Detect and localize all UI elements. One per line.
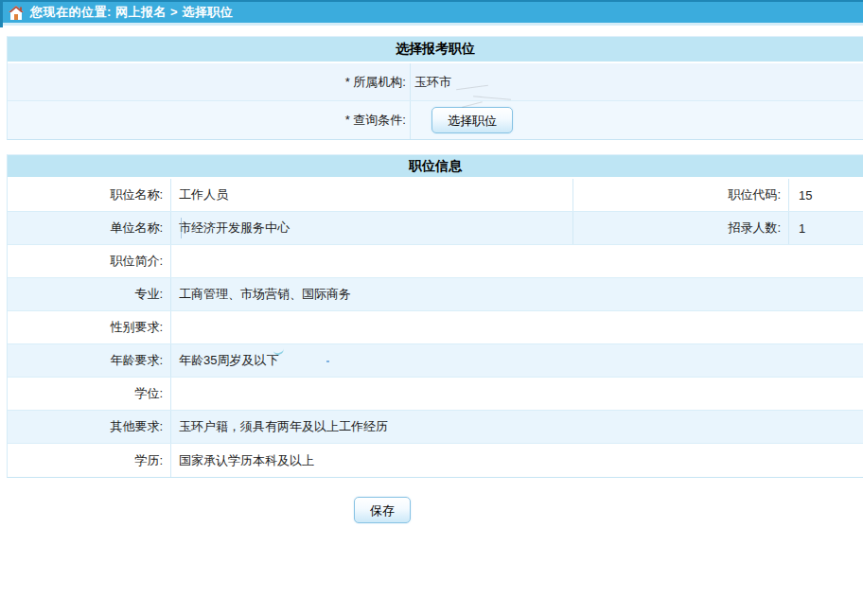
table-row: 单位名称: 市经济开发服务中心 招录人数: 1 bbox=[8, 212, 863, 245]
table-row: 职位简介: bbox=[8, 245, 863, 278]
position-name-value: 工作人员 bbox=[171, 179, 573, 211]
position-intro-label: 职位简介: bbox=[8, 245, 171, 277]
recruit-count-value: 1 bbox=[789, 212, 863, 244]
organization-value: 玉环市 bbox=[411, 63, 863, 100]
major-value: 工商管理、市场营销、国际商务 bbox=[171, 278, 863, 310]
age-req-value: 年龄35周岁及以下 bbox=[171, 344, 863, 377]
table-row: 年龄要求: 年龄35周岁及以下 bbox=[8, 344, 863, 378]
select-position-button[interactable]: 选择职位 bbox=[432, 107, 513, 133]
position-name-label: 职位名称: bbox=[8, 179, 171, 211]
select-position-panel: 选择报考职位 * 所属机构: 玉环市 * 查询条件: 选择职位 bbox=[7, 36, 863, 140]
education-value: 国家承认学历本科及以上 bbox=[171, 444, 863, 477]
save-button-row: 保存 bbox=[0, 497, 765, 523]
home-icon bbox=[9, 6, 24, 20]
other-req-label: 其他要求: bbox=[8, 411, 171, 443]
row-organization: * 所属机构: 玉环市 bbox=[8, 63, 863, 101]
position-intro-value bbox=[171, 245, 863, 277]
table-row: 性别要求: bbox=[8, 311, 863, 344]
education-label: 学历: bbox=[8, 444, 171, 477]
degree-label: 学位: bbox=[8, 378, 171, 410]
save-button[interactable]: 保存 bbox=[354, 497, 411, 523]
row-query-condition: * 查询条件: 选择职位 bbox=[8, 101, 863, 139]
table-row: 学位: bbox=[8, 378, 863, 411]
position-info-panel: 职位信息 职位名称: 工作人员 职位代码: 15 单位名称: 市经济开发服务中心… bbox=[7, 154, 863, 478]
panel-title-position-info: 职位信息 bbox=[8, 155, 863, 179]
location-bar: 您现在的位置: 网上报名 > 选择职位 bbox=[0, 0, 863, 26]
degree-value bbox=[171, 378, 863, 410]
table-row: 其他要求: 玉环户籍，须具有两年及以上工作经历 bbox=[8, 411, 863, 444]
age-req-label: 年龄要求: bbox=[8, 344, 171, 377]
table-row: 职位名称: 工作人员 职位代码: 15 bbox=[8, 179, 863, 212]
unit-name-label: 单位名称: bbox=[8, 212, 171, 244]
position-code-value: 15 bbox=[789, 179, 863, 211]
organization-label: * 所属机构: bbox=[8, 63, 411, 100]
unit-name-value: 市经济开发服务中心 bbox=[171, 212, 573, 244]
position-code-label: 职位代码: bbox=[573, 179, 789, 211]
gender-req-value bbox=[171, 311, 863, 343]
table-row: 学历: 国家承认学历本科及以上 bbox=[8, 444, 863, 477]
table-row: 专业: 工商管理、市场营销、国际商务 bbox=[8, 278, 863, 311]
major-label: 专业: bbox=[8, 278, 171, 310]
recruit-count-label: 招录人数: bbox=[573, 212, 789, 244]
gender-req-label: 性别要求: bbox=[8, 311, 171, 343]
breadcrumb: 您现在的位置: 网上报名 > 选择职位 bbox=[30, 4, 233, 21]
panel-title-select-position: 选择报考职位 bbox=[8, 37, 863, 63]
other-req-value: 玉环户籍，须具有两年及以上工作经历 bbox=[171, 411, 863, 443]
query-condition-label: * 查询条件: bbox=[8, 101, 411, 139]
